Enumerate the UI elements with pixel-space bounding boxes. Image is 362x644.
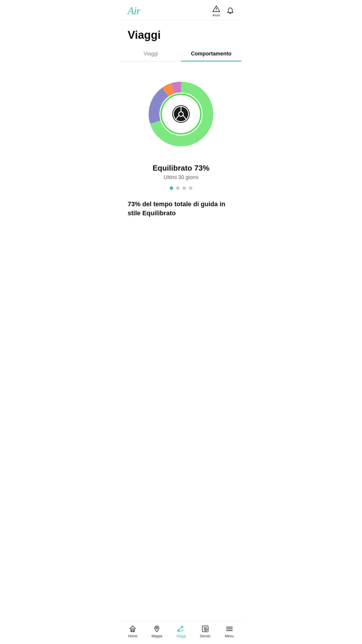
dot-4[interactable] <box>189 186 192 190</box>
dot-3[interactable] <box>182 186 186 190</box>
chart-section: Equilibrato 73% Ultimi 30 giorni <box>121 62 241 193</box>
tab-viaggi[interactable]: Viaggi <box>121 46 181 61</box>
tabs: Viaggi Comportamento <box>121 46 241 62</box>
dot-1[interactable] <box>170 186 173 190</box>
app-logo: Air <box>128 5 140 17</box>
help-label: Aiuto <box>212 13 220 17</box>
bell-button[interactable] <box>226 7 234 15</box>
page-title: Viaggi <box>128 29 234 41</box>
chart-title: Equilibrato 73% <box>152 164 209 173</box>
carousel-dots <box>170 186 192 190</box>
page-title-section: Viaggi <box>121 21 241 46</box>
bell-icon <box>226 7 234 15</box>
description-section: 73% del tempo totale di guida in stile E… <box>121 193 241 244</box>
header-icons: Aiuto <box>212 5 234 17</box>
steering-wheel-icon <box>172 105 190 123</box>
chart-subtitle: Ultimi 30 giorni <box>164 174 198 181</box>
description-text: 73% del tempo totale di guida in stile E… <box>128 200 234 218</box>
dot-2[interactable] <box>176 186 180 190</box>
triangle-icon <box>212 5 220 13</box>
header: Air Aiuto <box>121 0 241 21</box>
svg-point-2 <box>216 10 217 11</box>
help-button[interactable]: Aiuto <box>212 5 220 17</box>
donut-chart <box>137 70 225 158</box>
tab-comportamento[interactable]: Comportamento <box>181 46 241 61</box>
